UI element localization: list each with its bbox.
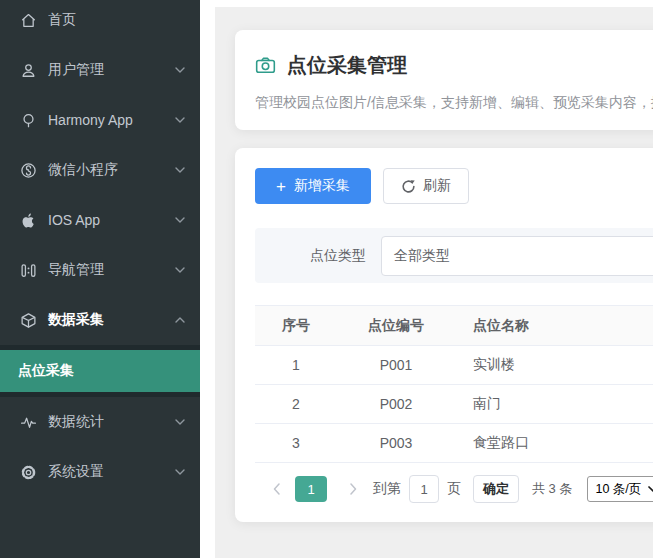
- point-type-selected-value: 全部类型: [394, 247, 450, 265]
- table-header-row: 序号 点位编号 点位名称: [255, 306, 653, 346]
- chevron-down-icon: [175, 167, 185, 173]
- page-subtitle: 管理校园点位图片/信息采集，支持新增、编辑、预览采集内容，按类型: [255, 94, 653, 112]
- page-suffix-label: 页: [447, 480, 461, 498]
- sidebar-item-users[interactable]: 用户管理: [0, 45, 200, 95]
- sidebar-item-statistics[interactable]: 数据统计: [0, 397, 200, 447]
- chevron-down-icon: [175, 469, 185, 475]
- page-number-input[interactable]: [409, 475, 439, 503]
- filter-label: 点位类型: [310, 247, 366, 265]
- column-header-code: 点位编号: [337, 306, 455, 346]
- add-collection-label: 新增采集: [294, 177, 350, 195]
- cell-name: 实训楼: [455, 346, 653, 385]
- chevron-down-icon: [175, 419, 185, 425]
- sidebar: 首页 用户管理 Harmony App 微信小程序: [0, 0, 200, 558]
- points-table: 序号 点位编号 点位名称 1 P001 实训楼 2 P002 南门 3: [255, 305, 653, 463]
- cell-index: 2: [255, 385, 337, 424]
- guide-icon: [20, 262, 37, 279]
- cell-index: 1: [255, 346, 337, 385]
- miniprogram-icon: [20, 162, 37, 179]
- refresh-button[interactable]: 刷新: [383, 168, 469, 204]
- sidebar-item-label: 首页: [48, 11, 76, 29]
- apple-icon: [20, 212, 37, 229]
- sidebar-subitem-point-collection[interactable]: 点位采集: [0, 350, 200, 392]
- sidebar-item-label: 数据采集: [48, 311, 104, 329]
- page-size-select[interactable]: 10 条/页: [587, 476, 653, 502]
- sidebar-item-label: 用户管理: [48, 61, 104, 79]
- sidebar-item-label: IOS App: [48, 212, 100, 228]
- sidebar-item-label: 数据统计: [48, 413, 104, 431]
- refresh-label: 刷新: [423, 177, 451, 195]
- table-row: 3 P003 食堂路口: [255, 424, 653, 463]
- goto-page-label: 到第: [373, 480, 401, 498]
- data-collection-submenu: 点位采集: [0, 345, 200, 397]
- column-header-index: 序号: [255, 306, 337, 346]
- sidebar-menu: 首页 用户管理 Harmony App 微信小程序: [0, 0, 200, 497]
- page-title-row: 点位采集管理: [255, 52, 653, 79]
- cell-code: P002: [337, 385, 455, 424]
- content-card: + 新增采集 刷新 点位类型 全部类型 序: [235, 148, 653, 522]
- chevron-down-icon: [175, 117, 185, 123]
- sidebar-item-data-collection[interactable]: 数据采集: [0, 295, 200, 345]
- cell-name: 南门: [455, 385, 653, 424]
- table-row: 1 P001 实训楼: [255, 346, 653, 385]
- filter-bar: 点位类型 全部类型: [255, 228, 653, 283]
- current-page-button[interactable]: 1: [295, 476, 327, 502]
- sidebar-item-label: 微信小程序: [48, 161, 118, 179]
- pulse-icon: [20, 414, 37, 431]
- column-header-name: 点位名称: [455, 306, 653, 346]
- chevron-up-icon: [175, 317, 185, 323]
- cell-name: 食堂路口: [455, 424, 653, 463]
- harmony-icon: [20, 112, 37, 129]
- box-icon: [20, 312, 37, 329]
- add-collection-button[interactable]: + 新增采集: [255, 168, 371, 204]
- chevron-down-icon: [175, 67, 185, 73]
- chevron-down-icon: [175, 217, 185, 223]
- page-title: 点位采集管理: [287, 52, 407, 79]
- cell-code: P003: [337, 424, 455, 463]
- sidebar-subitem-label: 点位采集: [18, 362, 74, 380]
- page-size-value: 10 条/页: [595, 481, 641, 498]
- home-icon: [20, 12, 37, 29]
- prev-page-button[interactable]: [273, 483, 281, 495]
- cell-index: 3: [255, 424, 337, 463]
- user-icon: [20, 62, 37, 79]
- confirm-page-button[interactable]: 确定: [473, 475, 519, 503]
- chevron-down-icon: [175, 267, 185, 273]
- point-type-select[interactable]: 全部类型: [381, 236, 653, 276]
- table-row: 2 P002 南门: [255, 385, 653, 424]
- toolbar: + 新增采集 刷新: [255, 168, 653, 204]
- plus-icon: +: [276, 178, 286, 195]
- sidebar-item-ios-app[interactable]: IOS App: [0, 195, 200, 245]
- sidebar-item-harmony-app[interactable]: Harmony App: [0, 95, 200, 145]
- sidebar-item-wechat-miniprogram[interactable]: 微信小程序: [0, 145, 200, 195]
- gear-icon: [20, 464, 37, 481]
- select-chevron-icon: [648, 486, 653, 492]
- next-page-button[interactable]: [349, 483, 357, 495]
- sidebar-item-settings[interactable]: 系统设置: [0, 447, 200, 497]
- main-content: 点位采集管理 管理校园点位图片/信息采集，支持新增、编辑、预览采集内容，按类型 …: [215, 7, 653, 558]
- sidebar-item-label: 系统设置: [48, 463, 104, 481]
- sidebar-item-label: 导航管理: [48, 261, 104, 279]
- pagination-bar: 1 到第 页 确定 共 3 条 10 条/页: [255, 463, 653, 503]
- refresh-icon: [401, 179, 416, 194]
- sidebar-item-navigation[interactable]: 导航管理: [0, 245, 200, 295]
- sidebar-item-home[interactable]: 首页: [0, 0, 200, 45]
- camera-icon: [255, 55, 276, 76]
- page-header-card: 点位采集管理 管理校园点位图片/信息采集，支持新增、编辑、预览采集内容，按类型: [235, 30, 653, 130]
- total-count-label: 共 3 条: [532, 480, 572, 498]
- sidebar-item-label: Harmony App: [48, 112, 133, 128]
- cell-code: P001: [337, 346, 455, 385]
